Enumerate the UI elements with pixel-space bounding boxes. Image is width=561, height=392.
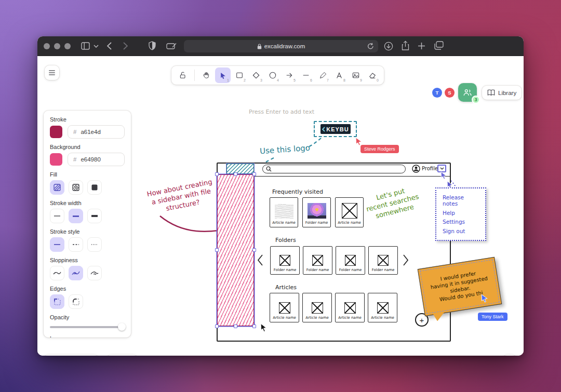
tool-hand[interactable]	[198, 67, 214, 83]
browser-titlebar: excalidraw.com	[37, 36, 524, 56]
selection-handle[interactable]	[252, 325, 256, 328]
dropdown-item[interactable]: Settings	[443, 219, 479, 225]
layers-label: Layers	[50, 335, 125, 337]
wireframe-profile-avatar-icon[interactable]	[412, 165, 420, 173]
selection-handle[interactable]	[215, 248, 219, 252]
stroke-style-dotted-button[interactable]	[87, 237, 102, 252]
url-text: excalidraw.com	[264, 43, 305, 49]
sidebar-toggle-icon[interactable]	[81, 42, 90, 50]
stroke-width-thin-button[interactable]	[50, 209, 64, 223]
freq-card-folder[interactable]: Folder name	[302, 197, 331, 227]
zoom-controls: − 63% +	[44, 355, 99, 356]
image-placeholder-icon	[342, 203, 357, 219]
minimize-window-button[interactable]	[54, 43, 60, 49]
main-menu-button[interactable]	[45, 65, 59, 80]
folder-card[interactable]: Folder name	[336, 246, 365, 275]
sloppiness-cartoonist-button[interactable]	[87, 266, 102, 280]
opacity-slider-knob[interactable]	[118, 323, 126, 331]
share-icon[interactable]	[402, 40, 409, 51]
dropdown-item[interactable]: Sign out	[443, 228, 479, 234]
scribble-thumbnail	[275, 204, 293, 219]
fill-crosshatch-button[interactable]	[69, 180, 83, 195]
wireframe-logo-placeholder-shape[interactable]	[226, 164, 254, 174]
wireframe-search-bar-shape[interactable]	[262, 165, 406, 173]
sloppiness-artist-button[interactable]	[69, 266, 83, 280]
folder-card[interactable]: Folder name	[270, 246, 300, 275]
stroke-width-bold-button[interactable]	[69, 209, 83, 223]
edges-round-button[interactable]	[69, 294, 83, 309]
forward-button[interactable]	[123, 42, 128, 50]
selection-handle[interactable]	[234, 325, 237, 328]
tool-shortcut: 5	[293, 78, 296, 82]
zoom-window-button[interactable]	[64, 43, 71, 49]
stroke-color-swatch[interactable]	[50, 126, 62, 138]
background-color-swatch[interactable]	[50, 153, 62, 166]
carousel-left-icon[interactable]	[257, 254, 263, 266]
dropdown-item[interactable]: Release notes	[443, 194, 479, 207]
image-placeholder-icon	[312, 255, 323, 266]
tool-image[interactable]: 9	[348, 67, 364, 83]
privacy-shield-icon[interactable]	[149, 41, 156, 50]
opacity-slider[interactable]	[50, 326, 125, 328]
library-book-icon	[487, 89, 495, 96]
sloppiness-architect-button[interactable]	[50, 266, 64, 280]
card-label: Article name	[371, 316, 394, 320]
compose-icon[interactable]	[166, 43, 177, 49]
article-card[interactable]: Article name	[302, 293, 332, 322]
new-tab-icon[interactable]	[418, 42, 425, 50]
tool-diamond[interactable]: 3	[248, 67, 264, 83]
tool-arrow[interactable]: 5	[282, 67, 297, 83]
library-button[interactable]: Library	[482, 86, 522, 100]
chevron-down-icon[interactable]	[94, 45, 99, 48]
selection-handle[interactable]	[234, 172, 237, 176]
article-card[interactable]: Article name	[335, 293, 365, 322]
stroke-width-extrabold-button[interactable]	[87, 209, 102, 223]
wireframe-profile-label[interactable]: Profile	[422, 166, 438, 171]
selection-handle[interactable]	[215, 172, 219, 176]
tool-text[interactable]: 8	[331, 67, 347, 83]
tool-shortcut: 9	[360, 78, 362, 82]
collaborator-avatar-s[interactable]: S	[445, 88, 455, 98]
article-card[interactable]: Article name	[270, 293, 299, 322]
tab-overview-icon[interactable]	[434, 41, 444, 50]
cartoonist-icon	[91, 272, 98, 274]
address-bar[interactable]: excalidraw.com	[184, 40, 378, 52]
back-button[interactable]	[107, 42, 112, 50]
fill-hachure-button[interactable]	[50, 180, 64, 195]
close-window-button[interactable]	[44, 43, 50, 49]
edges-sharp-button[interactable]	[50, 294, 64, 309]
wireframe-profile-chevron-shape[interactable]	[437, 165, 446, 172]
tool-selection[interactable]: 1	[215, 67, 231, 83]
fill-solid-button[interactable]	[87, 180, 102, 195]
freq-card-article-1[interactable]: Article name	[270, 197, 298, 227]
desktop-background: excalidraw.com	[0, 0, 561, 392]
tool-shortcut: 6	[310, 78, 312, 82]
freq-card-article-2[interactable]: Article name	[335, 197, 364, 227]
tool-draw[interactable]: 7	[315, 67, 330, 83]
keybu-logo-shape[interactable]: KEYBU	[320, 124, 351, 134]
reload-icon[interactable]	[367, 43, 374, 50]
tool-ellipse[interactable]: 4	[265, 67, 280, 83]
selection-handle[interactable]	[215, 325, 219, 328]
diamond-icon	[252, 71, 260, 79]
dropdown-item[interactable]: Help	[443, 210, 479, 216]
sloppiness-section: Sloppiness	[50, 257, 125, 280]
downloads-icon[interactable]	[384, 42, 393, 51]
article-card[interactable]: Article name	[368, 293, 397, 322]
wireframe-profile-dropdown[interactable]: Release notes Help Settings Sign out	[435, 187, 486, 241]
tool-rectangle[interactable]: 2	[232, 67, 247, 83]
folder-card[interactable]: Folder name	[368, 246, 398, 275]
selection-handle[interactable]	[252, 248, 256, 252]
selection-handle[interactable]	[252, 172, 256, 176]
stroke-hex-input[interactable]: # a61e4d	[68, 125, 125, 139]
background-hex-input[interactable]: # e64980	[68, 153, 125, 166]
carousel-right-icon[interactable]	[403, 254, 409, 266]
tool-line[interactable]: 6	[298, 67, 314, 83]
folder-card[interactable]: Folder name	[303, 246, 332, 275]
collaborator-avatar-t[interactable]: T	[432, 88, 442, 98]
tool-eraser[interactable]: 0	[365, 67, 380, 83]
tool-lock[interactable]	[175, 67, 191, 83]
stroke-style-solid-button[interactable]	[50, 237, 64, 252]
stroke-style-dashed-button[interactable]	[69, 237, 83, 252]
logo-chevron-icon	[322, 127, 325, 132]
